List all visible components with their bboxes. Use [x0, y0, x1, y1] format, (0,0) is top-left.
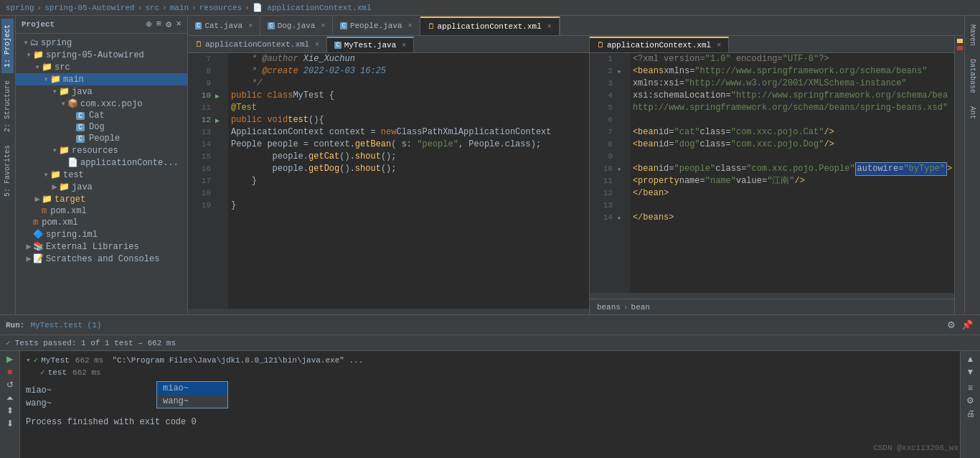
- breadcrumb-src[interactable]: src: [145, 4, 159, 12]
- gutter-run-icon-10[interactable]: ▶: [215, 92, 220, 101]
- tab-close-right-appctx[interactable]: ×: [717, 42, 721, 50]
- tab-cat-java[interactable]: C Cat.java ×: [188, 17, 260, 35]
- tab-right-appctx[interactable]: 🗒 applicationContext.xml ×: [590, 37, 729, 52]
- tree-label-dog: Dog: [89, 122, 105, 132]
- tab-label-appctx: applicationContext.xml: [438, 22, 542, 31]
- run-tree-label-test: test: [48, 368, 67, 377]
- tree-item-pom2[interactable]: m pom.xml: [16, 217, 187, 228]
- sidebar-icon-expand[interactable]: ≡: [156, 19, 162, 30]
- autocomplete-item-wang[interactable]: wang~: [157, 395, 227, 408]
- left-code-lines: * @author Xie_Xuchun * @create 2022-02-0…: [228, 53, 589, 309]
- right-editor-scroll[interactable]: 1 2 3 4 5 6 7 8 9 10 11 12 13: [590, 53, 954, 293]
- tree-item-scratches[interactable]: ▶ 📝 Scratches and Consoles: [16, 253, 187, 265]
- tree-label-scratches: Scratches and Consoles: [46, 254, 159, 264]
- tree-item-target[interactable]: ▶ 📁 target: [16, 193, 187, 205]
- left-h-scroll[interactable]: [188, 309, 589, 314]
- tree-item-resources[interactable]: ▾ 📁 resources: [16, 144, 187, 156]
- autocomplete-item-miao[interactable]: miao~: [157, 382, 227, 395]
- run-softrap-btn[interactable]: ≡: [968, 383, 973, 393]
- gutter-fold-14[interactable]: ▾: [617, 214, 621, 223]
- output-text-wang: wang~: [26, 398, 52, 408]
- run-sort-btn[interactable]: ⬍: [6, 406, 14, 416]
- breadcrumb-resources[interactable]: resources: [199, 4, 242, 12]
- tree-item-src[interactable]: ▾ 📁 src: [16, 61, 187, 73]
- run-toolbar: ⚙ 📌: [946, 318, 974, 332]
- tab-close-people[interactable]: ×: [408, 22, 413, 30]
- tab-close-mytest[interactable]: ×: [402, 42, 406, 50]
- tab-icon-people: C: [340, 22, 347, 29]
- autocomplete-popup[interactable]: miao~ wang~: [156, 381, 228, 408]
- run-stop-btn[interactable]: ■: [7, 367, 12, 377]
- tab-left-appctx[interactable]: 🗒 applicationContext.xml ×: [188, 37, 327, 52]
- left-side-tab-bar: 1: Project 2: Structure 5: Favorites: [0, 16, 16, 314]
- tree-label-spring-iml: spring.iml: [46, 230, 98, 240]
- right-tab-bar: 🗒 applicationContext.xml ×: [590, 36, 954, 53]
- left-gutter: ▶ ▶: [215, 53, 228, 309]
- run-play-btn[interactable]: ▶: [6, 354, 13, 364]
- tree-item-java2[interactable]: ▶ 📁 java: [16, 181, 187, 193]
- tab-close-cat[interactable]: ×: [248, 22, 253, 30]
- right-h-scroll[interactable]: [590, 293, 954, 299]
- tree-item-main[interactable]: ▾ 📁 main: [16, 73, 187, 85]
- breadcrumb-spring[interactable]: spring: [6, 4, 34, 12]
- gutter-run-icon-12[interactable]: ▶: [215, 116, 220, 125]
- tree-item-pom1[interactable]: m pom.xml: [16, 205, 187, 217]
- sidebar-icon-settings[interactable]: ⚙: [166, 19, 171, 30]
- tree-item-people[interactable]: C People: [16, 133, 187, 144]
- tab-label-right-appctx: applicationContext.xml: [607, 41, 711, 50]
- breadcrumb-autowired[interactable]: spring-05-Autowired: [44, 4, 134, 12]
- left-tab-structure[interactable]: 2: Structure: [1, 75, 14, 138]
- tree-item-pojo[interactable]: ▾ 📦 com.xxc.pojo: [16, 98, 187, 110]
- left-tab-project[interactable]: 1: Project: [1, 19, 14, 73]
- tree-label-test: test: [63, 170, 84, 180]
- gutter-fold-2[interactable]: ▾: [617, 67, 621, 76]
- run-print-btn[interactable]: 🖨: [966, 408, 975, 419]
- run-settings2-btn[interactable]: ⚙: [966, 396, 974, 406]
- breadcrumb-main[interactable]: main: [170, 4, 189, 12]
- sidebar-icon-locate[interactable]: ⊕: [146, 19, 152, 30]
- tree-item-spring-iml[interactable]: 🔷 spring.iml: [16, 228, 187, 240]
- tab-close-left-appctx[interactable]: ×: [315, 41, 319, 49]
- breadcrumb-file[interactable]: 📄 applicationContext.xml: [253, 3, 372, 12]
- tree-item-cat[interactable]: C Cat: [16, 110, 187, 121]
- right-tab-maven[interactable]: Maven: [966, 19, 979, 52]
- run-filter-btn[interactable]: ⏶: [6, 393, 14, 403]
- tree-item-dog[interactable]: C Dog: [16, 121, 187, 133]
- tree-item-ext-libs[interactable]: ▶ 📚 External Libraries: [16, 240, 187, 253]
- tree-item-java[interactable]: ▾ 📁 java: [16, 85, 187, 98]
- run-tree-mytest[interactable]: ▾ ✓ MyTest 662 ms "C:\Program Files\Java…: [26, 354, 954, 366]
- tree-item-root[interactable]: ▾ 🗂 spring: [16, 37, 187, 49]
- run-scroll-bottom-btn[interactable]: ▼: [966, 367, 975, 377]
- right-tab-database[interactable]: Database: [966, 53, 979, 99]
- run-tree-test[interactable]: ✓ test 662 ms: [26, 366, 954, 378]
- tree-label-root: spring: [41, 38, 72, 48]
- sidebar-icon-close[interactable]: ×: [176, 19, 182, 30]
- tree-label-autowired: spring-05-Autowired: [46, 50, 144, 60]
- tab-appctx-xml[interactable]: 🗒 applicationContext.xml ×: [420, 17, 560, 35]
- right-editor-pane: 🗒 applicationContext.xml × 1 2 3 4 5: [590, 36, 954, 314]
- run-settings-btn[interactable]: ⚙: [946, 318, 957, 332]
- tab-mytest-java[interactable]: C MyTest.java ×: [327, 37, 414, 52]
- tab-dog-java[interactable]: C Dog.java ×: [260, 17, 333, 35]
- tab-icon-cat: C: [195, 22, 202, 29]
- right-tab-ant[interactable]: Ant: [966, 101, 979, 125]
- run-import-btn[interactable]: ⬇: [6, 419, 14, 429]
- tree-item-appctx[interactable]: 📄 applicationConte...: [16, 156, 187, 169]
- gutter-fold-10[interactable]: ▾: [617, 165, 621, 174]
- tab-label-dog: Dog.java: [278, 22, 316, 30]
- left-editor-scroll[interactable]: 7 8 9 10 11 12 13 14 15 16 17 18: [188, 53, 589, 309]
- tree-label-ext-libs: External Libraries: [46, 242, 139, 252]
- tree-item-test[interactable]: ▾ 📁 test: [16, 169, 187, 181]
- tab-close-dog[interactable]: ×: [321, 22, 325, 30]
- run-scroll-top-btn[interactable]: ▲: [966, 354, 975, 364]
- run-pin-btn[interactable]: 📌: [960, 318, 974, 332]
- project-tree: ▾ 🗂 spring ▾ 📁 spring-05-Autowired ▾ 📁 s…: [16, 34, 187, 314]
- run-config-label: MyTest.test (1): [30, 321, 101, 330]
- tree-label-pom2: pom.xml: [42, 218, 77, 228]
- left-tab-favorites[interactable]: 5: Favorites: [1, 139, 14, 202]
- breadcrumb-bar: spring › spring-05-Autowired › src › mai…: [0, 0, 980, 16]
- tree-item-autowired[interactable]: ▾ 📁 spring-05-Autowired: [16, 49, 187, 61]
- tab-close-appctx[interactable]: ×: [547, 23, 552, 31]
- tab-people-java[interactable]: C People.java ×: [333, 17, 420, 35]
- run-rerun-btn[interactable]: ↺: [6, 380, 14, 390]
